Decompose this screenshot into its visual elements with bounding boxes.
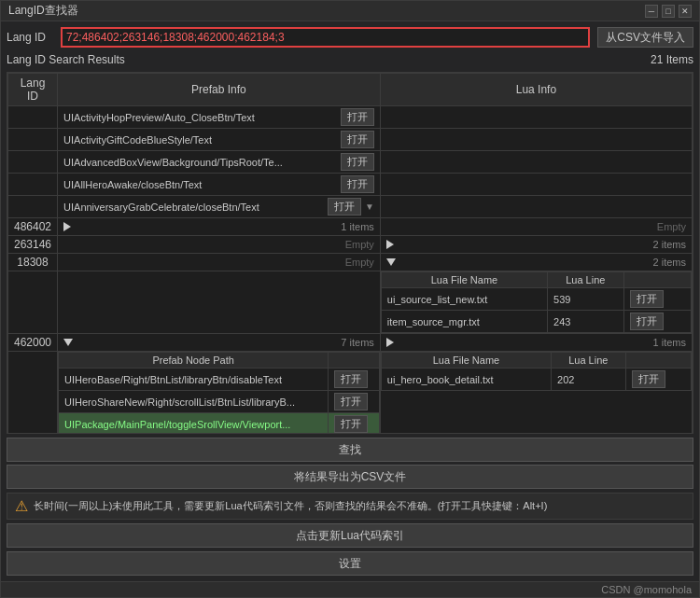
row-lang-id [8, 106, 58, 129]
lua-line-header: Lua Line [548, 272, 624, 288]
col-lua-info: Lua Info [380, 74, 692, 106]
row-lua [380, 106, 692, 129]
lua-file-row: ui_source_list_new.txt 539 打开 [381, 288, 691, 311]
open-button[interactable]: 打开 [334, 415, 368, 433]
table-row: UIAdvancedBoxView/Background/TipsRoot/Te… [8, 151, 693, 174]
prefab-path-row: UIHeroBase/Right/BtnList/libraryBtn/disa… [59, 369, 380, 391]
table-row: UIActivityHopPreview/Auto_CloseBtn/Text … [8, 106, 693, 129]
close-button[interactable]: ✕ [679, 5, 692, 18]
lang-id-263146: 263146 [8, 236, 58, 254]
results-table-container[interactable]: Lang ID Prefab Info Lua Info UIActivityH… [7, 72, 693, 434]
lang-id-input[interactable] [61, 27, 590, 48]
search-button[interactable]: 查找 [7, 438, 693, 462]
warning-text: 长时间(一周以上)未使用此工具，需要更新Lua代码索引文件，否则查找的结果会不准… [34, 499, 547, 513]
lua-file-name-header: Lua File Name [381, 272, 547, 288]
expand-icon[interactable] [386, 338, 394, 347]
prefab-path-row: UIHeroShareNew/Right/scrollList/BtnList/… [59, 391, 380, 413]
lang-id-462000: 462000 [8, 334, 58, 352]
lang-id-label: Lang ID [7, 31, 53, 44]
footer-credit: CSDN @momohola [601, 584, 692, 595]
results-table: Lang ID Prefab Info Lua Info UIActivityH… [7, 73, 693, 434]
warning-icon: ⚠ [15, 497, 28, 515]
title-bar: LangID查找器 ─ □ ✕ [1, 1, 699, 21]
collapse-icon[interactable] [63, 339, 73, 346]
row-prefab: UIAllHeroAwake/closeBtn/Text 打开 [58, 174, 381, 196]
open-button[interactable]: 打开 [630, 313, 664, 330]
lang-id-486402: 486402 [8, 218, 58, 236]
table-row-486402: 486402 1 items Empty [8, 218, 693, 236]
results-header: Lang ID Search Results 21 Items [7, 51, 693, 68]
window-title: LangID查找器 [8, 3, 78, 19]
lua-file-row: ui_hero_book_detail.txt 202 打开 [381, 369, 691, 391]
import-csv-button[interactable]: 从CSV文件导入 [597, 27, 693, 48]
prefab-path-row-highlight: UIPackage/MainPanel/toggleSrollView/View… [59, 413, 380, 435]
open-button[interactable]: 打开 [632, 370, 665, 388]
lua-file-row: item_source_mgr.txt 243 打开 [381, 311, 691, 333]
search-row: Lang ID 从CSV文件导入 [7, 27, 693, 48]
open-button[interactable]: 打开 [328, 198, 361, 216]
bottom-buttons: 查找 将结果导出为CSV文件 [7, 438, 693, 489]
update-lua-button[interactable]: 点击更新Lua代码索引 [7, 523, 693, 548]
table-row-18308: 18308 Empty 2 items [8, 254, 693, 271]
open-button[interactable]: 打开 [341, 175, 374, 193]
expand-icon[interactable] [63, 222, 71, 231]
row-prefab: UIAnniversaryGrabCelebrate/closeBtn/Text… [58, 196, 381, 218]
warning-row: ⚠ 长时间(一周以上)未使用此工具，需要更新Lua代码索引文件，否则查找的结果会… [7, 493, 693, 520]
content-area: Lang ID 从CSV文件导入 Lang ID Search Results … [1, 21, 699, 581]
prefab-cell-462000: 7 items [58, 334, 381, 352]
minimize-button[interactable]: ─ [645, 5, 658, 18]
lua-line-header: Lua Line [552, 353, 625, 369]
row-prefab: UIActivityHopPreview/Auto_CloseBtn/Text … [58, 106, 381, 129]
table-row-462000-sub-header: Prefab Node Path UIHeroBase/Right/BtnLis… [8, 352, 693, 435]
col-prefab-info: Prefab Info [58, 74, 381, 106]
results-count: 21 Items [651, 53, 693, 66]
open-button[interactable]: 打开 [341, 108, 374, 126]
dropdown-arrow-icon[interactable]: ▼ [365, 202, 374, 212]
collapse-icon[interactable] [386, 258, 396, 266]
open-button[interactable]: 打开 [341, 131, 374, 148]
open-button[interactable]: 打开 [334, 393, 368, 410]
open-button[interactable]: 打开 [334, 370, 368, 388]
table-row-18308-sub: Lua File Name Lua Line ui_source_list_ne… [8, 271, 693, 334]
row-prefab: UIAdvancedBoxView/Background/TipsRoot/Te… [58, 151, 381, 174]
table-row-462000: 462000 7 items 1 items [8, 334, 693, 352]
expand-icon[interactable] [386, 240, 394, 249]
table-row-263146: 263146 Empty 2 items [8, 236, 693, 254]
open-button[interactable]: 打开 [341, 153, 374, 171]
lang-id-18308: 18308 [8, 254, 58, 271]
open-button[interactable]: 打开 [630, 290, 664, 308]
prefab-cell-486402: 1 items [58, 218, 381, 236]
title-controls: ─ □ ✕ [645, 5, 692, 18]
col-lang-id: Lang ID [8, 74, 58, 106]
results-title: Lang ID Search Results [7, 53, 125, 66]
maximize-button[interactable]: □ [662, 5, 675, 18]
table-row: UIAnniversaryGrabCelebrate/closeBtn/Text… [8, 196, 693, 218]
settings-button[interactable]: 设置 [7, 551, 693, 576]
lua-cell-462000: 1 items [380, 334, 692, 352]
lua-cell-263146: 2 items [380, 236, 692, 254]
main-window: LangID查找器 ─ □ ✕ Lang ID 从CSV文件导入 Lang ID… [0, 0, 700, 598]
footer-bar: CSDN @momohola [1, 581, 699, 597]
table-row: UIAllHeroAwake/closeBtn/Text 打开 [8, 174, 693, 196]
lua-cell-18308: 2 items [380, 254, 692, 271]
row-prefab: UIActivityGiftCodeBlueStyle/Text 打开 [58, 129, 381, 151]
lua-file-header: Lua File Name [381, 353, 551, 369]
prefab-node-path-header: Prefab Node Path [59, 353, 329, 369]
export-csv-button[interactable]: 将结果导出为CSV文件 [7, 465, 693, 489]
table-row: UIActivityGiftCodeBlueStyle/Text 打开 [8, 129, 693, 151]
